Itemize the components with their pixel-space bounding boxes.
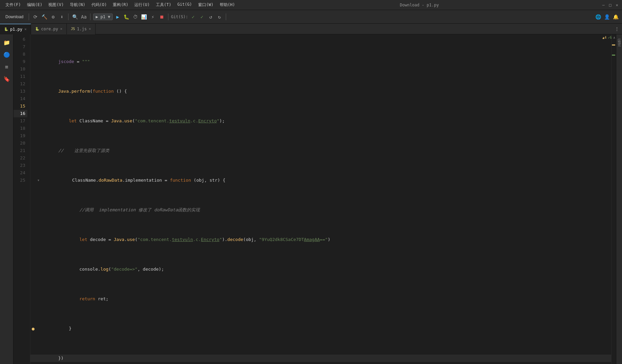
fold-icon-10[interactable]: ▾ — [37, 177, 40, 184]
line-num-20: 20 — [13, 140, 27, 147]
menu-bar[interactable]: 文件(F) 编辑(E) 视图(V) 导航(N) 代码(O) 重构(R) 运行(U… — [3, 1, 238, 8]
build-icon[interactable]: 🔨 — [40, 13, 48, 21]
tab-p1py[interactable]: 🐍 p1.py ✕ — [0, 24, 31, 34]
menu-help[interactable]: 帮助(H) — [217, 1, 238, 8]
code-line-8: let ClassName = Java . use ( "com.tencen… — [30, 117, 611, 125]
main-layout: 📁 🔵 ≡ 🔖 6 7 8 9 10 11 12 13 14 15 16 17 … — [0, 34, 622, 364]
menu-file[interactable]: 文件(F) — [3, 1, 24, 8]
sidebar-bookmark-icon[interactable]: 🔖 — [1, 73, 12, 84]
tab-p1py-close[interactable]: ✕ — [24, 27, 27, 31]
git-redo[interactable]: ↻ — [216, 13, 223, 21]
coverage-button[interactable]: 📊 — [140, 13, 148, 21]
menu-edit[interactable]: 编辑(E) — [24, 1, 45, 8]
globe-icon[interactable]: 🌐 — [594, 13, 602, 21]
menu-code[interactable]: 代码(O) — [89, 1, 110, 8]
line-num-9: 9 — [13, 58, 27, 65]
line-num-6: 6 — [13, 36, 27, 43]
sidebar-commit-icon[interactable]: 🔵 — [1, 49, 12, 60]
line-num-14: 14 — [13, 95, 27, 102]
line-num-24: 24 — [13, 169, 27, 177]
profile-button[interactable]: ⏱ — [132, 13, 139, 21]
line-num-25: 25 — [13, 177, 27, 184]
far-right-label: 仅 — [617, 36, 622, 36]
git-undo[interactable]: ↺ — [207, 13, 214, 21]
debug-button[interactable]: 🐛 — [123, 13, 130, 21]
menu-refactor[interactable]: 重构(R) — [110, 1, 131, 8]
code-line-16: }) — [30, 355, 611, 362]
breakpoint-icon[interactable]: ● — [32, 325, 34, 332]
run-config-dropdown[interactable]: ▶ p1 ▼ — [93, 13, 112, 20]
far-right-label2: 预 — [617, 38, 622, 38]
line-num-11: 11 — [13, 73, 27, 80]
left-sidebar: 📁 🔵 ≡ 🔖 — [0, 34, 13, 364]
editor-gutter: ▲4 ✓6 ∧ — [611, 34, 616, 364]
code-editor[interactable]: jscode = """ Java . perform ( function (… — [30, 34, 611, 364]
search-icon[interactable]: 🔍 — [71, 13, 79, 21]
stop-button[interactable]: ⏹ — [158, 13, 165, 21]
code-line-7: Java . perform ( function () { — [30, 88, 611, 95]
code-line-9: // 这里先获取了源类 — [30, 147, 611, 154]
menu-run[interactable]: 运行(U) — [132, 1, 153, 8]
toolbar-sep-5 — [226, 13, 226, 20]
tab-1js-label: 1.js — [77, 27, 87, 31]
menu-view[interactable]: 视图(V) — [46, 1, 66, 8]
tab-corepy-close[interactable]: ✕ — [60, 27, 62, 31]
sidebar-structure-icon[interactable]: ≡ — [1, 61, 12, 72]
line-num-22: 22 — [13, 154, 27, 162]
titlebar: 文件(F) 编辑(E) 视图(V) 导航(N) 代码(O) 重构(R) 运行(U… — [0, 0, 622, 10]
run-button[interactable]: ▶ — [114, 13, 121, 21]
menu-nav[interactable]: 导航(N) — [67, 1, 88, 8]
toolbar-sep-3 — [90, 13, 90, 20]
window-controls[interactable]: — □ ✕ — [601, 3, 619, 7]
notifications-icon[interactable]: 🔔 — [612, 13, 619, 21]
maximize-button[interactable]: □ — [608, 3, 613, 7]
toolbar: Download ⟳ 🔨 ⚙ ⬇ 🔍 Aa ▶ p1 ▼ ▶ 🐛 ⏱ 📊 ⚡ ⏹… — [0, 10, 622, 24]
git-check-1[interactable]: ✓ — [189, 13, 197, 21]
toolbar-sep-1 — [29, 13, 29, 20]
line-num-23: 23 — [13, 162, 27, 169]
up-arrow[interactable]: ∧ — [613, 36, 615, 39]
translate-icon[interactable]: Aa — [80, 13, 87, 21]
tab-corepy[interactable]: 🐍 core.py ✕ — [31, 24, 67, 34]
concurrency-button[interactable]: ⚡ — [149, 13, 157, 21]
error-count: ✓6 — [608, 36, 612, 39]
menu-tools[interactable]: 工具(T) — [153, 1, 174, 8]
gutter-warning-mark-1 — [612, 44, 615, 46]
toolbar-sep-2 — [68, 13, 69, 20]
line-num-12: 12 — [13, 80, 27, 88]
warning-count: ▲4 — [602, 36, 606, 39]
line-num-13: 13 — [13, 88, 27, 95]
tab-1js-close[interactable]: ✕ — [89, 27, 91, 31]
tab-1js[interactable]: JS 1.js ✕ — [67, 24, 96, 34]
line-num-8: 8 — [13, 51, 27, 58]
close-button[interactable]: ✕ — [615, 3, 619, 7]
tab-more-icon[interactable]: ⋮ — [613, 25, 621, 33]
line-num-16: 16 — [13, 110, 27, 117]
account-icon[interactable]: 👤 — [603, 13, 611, 21]
line-numbers: 6 7 8 9 10 11 12 13 14 15 16 17 18 19 20… — [13, 34, 30, 364]
settings-icon[interactable]: ⚙ — [49, 13, 57, 21]
sync-icon[interactable]: ⟳ — [32, 13, 39, 21]
code-line-10: ▾ ClassName. doRawData .implementation =… — [30, 177, 611, 184]
menu-window[interactable]: 窗口(W) — [195, 1, 216, 8]
git-check-2[interactable]: ✓ — [198, 13, 206, 21]
menu-git[interactable]: Git(G) — [175, 1, 195, 8]
line-num-18: 18 — [13, 125, 27, 132]
download-icon[interactable]: ⬇ — [58, 13, 65, 21]
line-num-17: 17 — [13, 117, 27, 125]
editor-area: 6 7 8 9 10 11 12 13 14 15 16 17 18 19 20… — [13, 34, 616, 364]
gutter-ok-mark-1 — [612, 55, 615, 56]
line-num-10: 10 — [13, 65, 27, 73]
toolbar-sep-4 — [168, 13, 168, 20]
line-num-15: 15 — [13, 102, 27, 110]
tab-p1py-label: p1.py — [10, 27, 22, 32]
project-label[interactable]: Download — [3, 14, 26, 20]
minimize-button[interactable]: — — [601, 3, 606, 7]
git-label: Git(S): — [171, 14, 188, 19]
tab-corepy-label: core.py — [41, 27, 58, 31]
line-num-7: 7 — [13, 43, 27, 51]
gutter-indicators: ▲4 ✓6 ∧ — [602, 36, 615, 39]
far-right-label3: 览 — [617, 40, 622, 41]
sidebar-project-icon[interactable]: 📁 — [1, 37, 12, 48]
line-num-21: 21 — [13, 147, 27, 154]
